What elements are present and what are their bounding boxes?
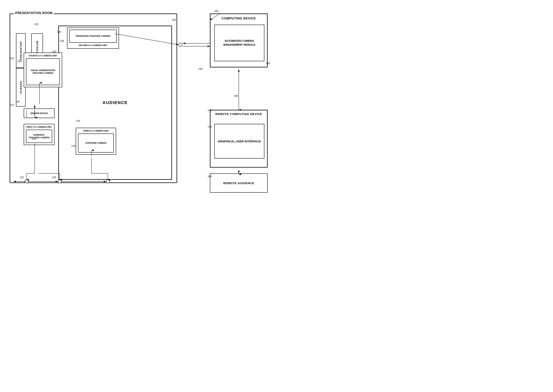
acmm-label: AUTOMATED CAMERA MANAGEMENT MODULE xyxy=(217,39,262,47)
second-av-camera-unit: PRESENTER-TRACKING CAMERA SECOND A-V CAM… xyxy=(67,28,119,49)
gui-box: GRAPHICAL USER INTERFACE xyxy=(214,124,264,159)
presentation-room-label: PRESENTATION ROOM xyxy=(14,11,54,15)
second-av-unit-label: SECOND A-V CAMERA UNIT xyxy=(78,43,108,47)
ref-122: 122 xyxy=(20,176,24,179)
remote-computing-device-box: REMOTE COMPUTING DEVICE GRAPHICAL USER I… xyxy=(210,110,268,168)
audience-tracking-camera-label: AUDIENCE-TRACKING CAMERA xyxy=(27,133,51,139)
presentation-room-box: PRESENTATION ROOM AUDIENCE PRESENTER POD… xyxy=(10,14,177,183)
ref-105: 105 xyxy=(172,18,176,21)
ref-170: 170 xyxy=(207,125,212,128)
fourth-av-unit-label: FOURTH A-V CAMERA UNIT xyxy=(28,54,58,58)
ref-110: 110 xyxy=(10,57,14,60)
visual-presentation-tracking-inner: VISUAL PRESENTATION TRACKING CAMERA xyxy=(26,58,60,85)
ref-128: 128 xyxy=(60,40,64,42)
ref-135: 135 xyxy=(71,145,76,147)
ref-120: 120 xyxy=(52,50,56,53)
computing-device-label: COMPUTING DEVICE xyxy=(222,17,256,20)
audience-area: AUDIENCE xyxy=(58,26,172,180)
ref-130: 130 xyxy=(57,30,61,33)
ref-165: 165 xyxy=(234,94,238,97)
audience-tracking-camera-inner: AUDIENCE-TRACKING CAMERA xyxy=(26,130,52,143)
third-av-unit-label: THIRD A-V CAMERA UNIT xyxy=(82,129,110,133)
remote-audience-label: REMOTE AUDIENCE xyxy=(223,182,254,185)
acmm-box: AUTOMATED CAMERA MANAGEMENT MODULE xyxy=(214,25,264,61)
presenter-label: PRESENTER xyxy=(20,41,22,60)
presenter-tracking-camera-inner: PRESENTER-TRACKING CAMERA xyxy=(69,30,117,43)
overview-camera-inner: OVERVIEW CAMERA xyxy=(78,133,114,153)
presenter-tracking-camera-label: PRESENTER-TRACKING CAMERA xyxy=(75,34,111,38)
remote-audience-box: REMOTE AUDIENCE xyxy=(210,173,268,193)
first-av-camera-unit: FIRST A-V CAMERA UNIT AUDIENCE-TRACKING … xyxy=(24,124,55,145)
ref-125: 125 xyxy=(52,176,56,179)
third-av-camera-unit: THIRD A-V CAMERA UNIT OVERVIEW CAMERA xyxy=(76,128,116,155)
fourth-av-camera-unit: FOURTH A-V CAMERA UNIT VISUAL PRESENTATI… xyxy=(24,53,62,87)
ref-150: 150 xyxy=(266,62,270,64)
ref-115: 115 xyxy=(34,23,39,26)
podium-label: PODIUM xyxy=(36,41,39,53)
ref-134: 134 xyxy=(76,119,80,122)
ref-144: 144 xyxy=(32,137,36,140)
ref-145: 145 xyxy=(15,100,20,103)
sensor-device-box: SENSOR DEVICE xyxy=(24,108,55,118)
remote-computing-label: REMOTE COMPUTING DEVICE xyxy=(215,112,262,116)
sensor-device-label: SENSOR DEVICE xyxy=(30,112,48,114)
ref-175: 175 xyxy=(207,109,212,112)
audience-label: AUDIENCE xyxy=(103,100,128,105)
first-av-unit-label: FIRST A-V CAMERA UNIT xyxy=(25,125,53,129)
gui-label: GRAPHICAL USER INTERFACE xyxy=(218,139,261,143)
ref-155: 155 xyxy=(198,67,203,70)
ref-100-label: 100 xyxy=(214,10,218,13)
ref-160: 160 xyxy=(207,175,212,178)
overview-camera-label: OVERVIEW CAMERA xyxy=(84,141,107,145)
svg-point-7 xyxy=(179,43,182,46)
computing-device-box: COMPUTING DEVICE AUTOMATED CAMERA MANAGE… xyxy=(210,14,268,67)
visual-presentation-tracking-label: VISUAL PRESENTATION TRACKING CAMERA xyxy=(27,69,59,75)
ref-140: 140 xyxy=(17,60,21,63)
screen-label: SCREEN xyxy=(20,81,22,94)
ref-127: 127 xyxy=(10,104,14,106)
